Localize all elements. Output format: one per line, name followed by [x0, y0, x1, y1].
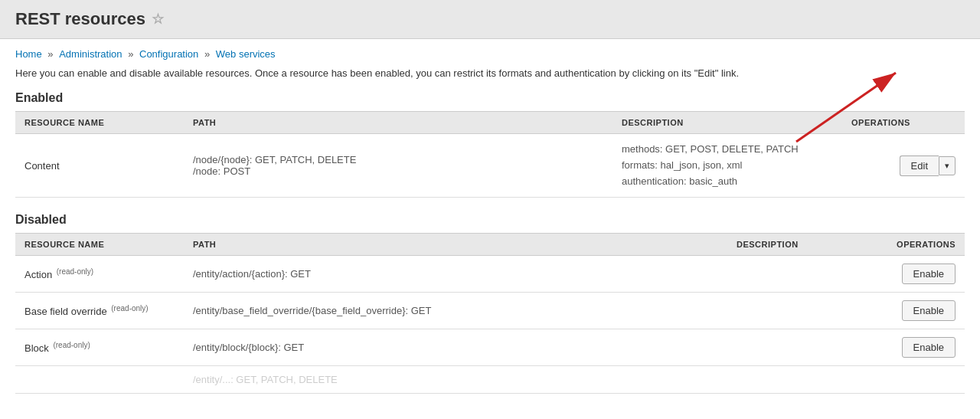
page-title-text: REST resources: [15, 9, 145, 29]
table-row: /entity/...: GET, PATCH, DELETE: [15, 366, 965, 394]
block-enable-button[interactable]: Enable: [902, 337, 956, 358]
edit-dropdown-button[interactable]: ▾: [939, 156, 956, 175]
block-resource-path: /entity/block/{block}: GET: [184, 329, 727, 366]
breadcrumb-administration[interactable]: Administration: [59, 48, 122, 60]
basefield-readonly-badge: (read-only): [111, 304, 148, 313]
basefield-enable-button[interactable]: Enable: [902, 300, 956, 321]
basefield-resource-path: /entity/base_field_override/{base_field_…: [184, 293, 727, 329]
action-readonly-badge: (read-only): [57, 267, 93, 276]
disabled-section: Disabled Resource Name Path Description …: [15, 213, 965, 394]
block-description: [727, 329, 865, 366]
basefield-resource-name: Base field override (read-only): [15, 293, 184, 329]
breadcrumb-sep-1: »: [47, 48, 56, 60]
enabled-table: Resource Name Path Description Operation…: [15, 111, 965, 198]
content-resource-path: /node/{node}: GET, PATCH, DELETE /node: …: [184, 134, 612, 198]
extra-path-text: /entity/...: GET, PATCH, DELETE: [193, 374, 338, 385]
col-header-resource-name: Resource Name: [15, 112, 184, 134]
block-path-text: /entity/block/{block}: GET: [193, 342, 304, 353]
arrow-container: Resource Name Path Description Operation…: [15, 111, 965, 198]
desc-formats: formats: hal_json, json, xml: [622, 159, 743, 171]
action-resource-path: /entity/action/{action}: GET: [184, 256, 727, 293]
action-enable-button[interactable]: Enable: [902, 264, 956, 284]
col-header-path: Path: [184, 112, 612, 134]
path-line-1: /node/{node}: GET, PATCH, DELETE: [193, 154, 356, 165]
desc-methods: methods: GET, POST, DELETE, PATCH: [622, 143, 799, 155]
breadcrumb-webservices[interactable]: Web services: [216, 48, 276, 60]
intro-description: Here you can enable and disable availabl…: [15, 67, 965, 79]
breadcrumb-sep-3: »: [204, 48, 213, 60]
breadcrumb: Home » Administration » Configuration » …: [15, 48, 965, 60]
extra-ops: [865, 366, 965, 394]
block-resource-name: Block (read-only): [15, 329, 184, 366]
breadcrumb-sep-2: »: [128, 48, 136, 60]
basefield-path-text: /entity/base_field_override/{base_field_…: [193, 305, 431, 316]
path-line-2: /node: POST: [193, 165, 250, 177]
content-resource-desc: methods: GET, POST, DELETE, PATCH format…: [612, 134, 842, 198]
col-header-description: Description: [612, 112, 842, 134]
action-resource-name: Action (read-only): [15, 256, 184, 293]
basefield-description: [727, 293, 865, 329]
desc-auth: authentication: basic_auth: [622, 175, 737, 187]
disabled-col-resource-name: Resource Name: [15, 234, 184, 256]
edit-button-group: Edit ▾: [900, 155, 956, 176]
action-ops: Enable: [865, 256, 965, 293]
table-row: Action (read-only) /entity/action/{actio…: [15, 256, 965, 293]
disabled-section-title: Disabled: [15, 213, 965, 227]
enabled-section: Enabled Resource Name Path Description O…: [15, 91, 965, 198]
action-description: [727, 256, 865, 293]
breadcrumb-home[interactable]: Home: [15, 48, 42, 60]
page-header: REST resources ☆: [0, 0, 980, 39]
table-row: Block (read-only) /entity/block/{block}:…: [15, 329, 965, 366]
extra-resource-path: /entity/...: GET, PATCH, DELETE: [184, 366, 727, 394]
page-title: REST resources ☆: [15, 9, 965, 29]
basefield-ops: Enable: [865, 293, 965, 329]
extra-resource-name: [15, 366, 184, 394]
page-content: Home » Administration » Configuration » …: [0, 39, 980, 418]
content-resource-ops: Edit ▾: [842, 134, 965, 198]
block-readonly-badge: (read-only): [53, 341, 90, 349]
extra-description: [727, 366, 865, 394]
block-ops: Enable: [865, 329, 965, 366]
edit-button[interactable]: Edit: [900, 155, 939, 176]
col-header-operations: Operations: [842, 112, 965, 134]
disabled-col-path: Path: [184, 234, 727, 256]
table-row: Base field override (read-only) /entity/…: [15, 293, 965, 329]
disabled-table: Resource Name Path Description Operation…: [15, 233, 965, 394]
star-icon[interactable]: ☆: [152, 11, 164, 28]
breadcrumb-configuration[interactable]: Configuration: [139, 48, 198, 60]
action-path-text: /entity/action/{action}: GET: [193, 268, 311, 280]
content-resource-name: Content: [15, 134, 184, 198]
enabled-section-title: Enabled: [15, 91, 965, 105]
disabled-col-description: Description: [727, 234, 865, 256]
table-row: Content /node/{node}: GET, PATCH, DELETE…: [15, 134, 965, 198]
disabled-col-operations: Operations: [865, 234, 965, 256]
